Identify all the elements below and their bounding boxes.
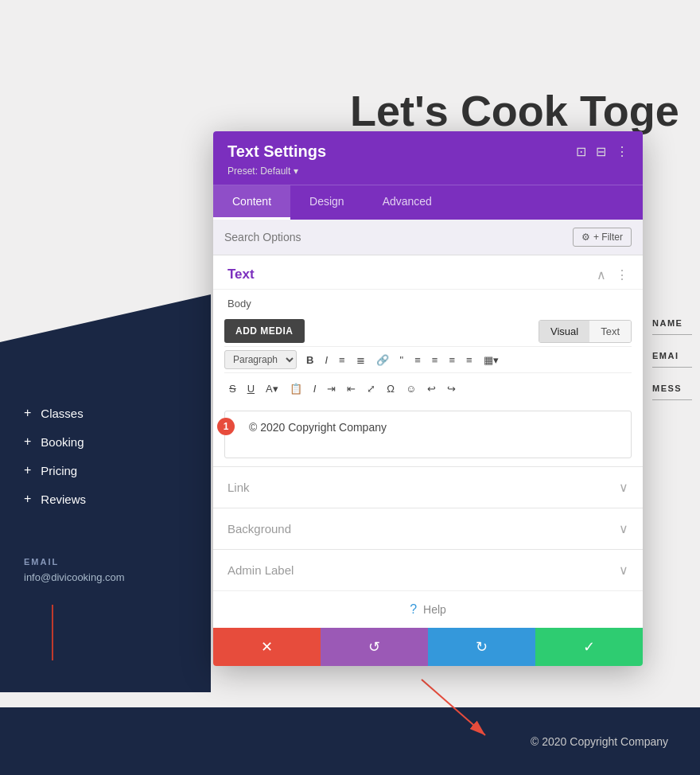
nav-label-booking: Booking	[41, 435, 84, 449]
tab-content[interactable]: Content	[213, 185, 290, 220]
link-label: Link	[228, 481, 250, 494]
page-heading: Let's Cook Toge	[350, 86, 679, 135]
align-right-button[interactable]: ≡	[444, 351, 460, 369]
plus-icon: +	[24, 406, 31, 420]
omega-button[interactable]: Ω	[382, 380, 399, 398]
outdent-button[interactable]: ⇤	[342, 380, 360, 398]
underline-button[interactable]: U	[243, 380, 259, 398]
undo-button[interactable]: ↺	[321, 628, 428, 666]
add-media-button[interactable]: ADD MEDIA	[224, 319, 305, 343]
visual-text-toggle: Visual Text	[539, 320, 632, 343]
modal-footer: ✕ ↺ ↻ ✓	[213, 628, 643, 666]
nav-item-classes[interactable]: + Classes	[24, 406, 86, 420]
strikethrough-button[interactable]: S	[224, 380, 241, 398]
email-section: EMAIL info@divicooking.com	[24, 557, 125, 583]
modal-header: Text Settings ⊡ ⊟ ⋮ Preset: Default ▾	[213, 131, 643, 185]
tab-design[interactable]: Design	[290, 185, 364, 220]
toolbar-row1: ADD MEDIA Visual Text	[224, 319, 632, 343]
italic-button[interactable]: I	[320, 351, 332, 369]
collapse-icon[interactable]: ∧	[597, 267, 606, 282]
align-left-button[interactable]: ≡	[410, 351, 426, 369]
italic2-button[interactable]: I	[309, 380, 321, 398]
preset-label[interactable]: Preset: Default ▾	[228, 161, 628, 185]
help-icon: ?	[410, 602, 417, 617]
paragraph-select[interactable]: Paragraph	[224, 350, 297, 369]
unordered-list-button[interactable]: ≡	[334, 351, 350, 369]
form-fields-panel: NAME EMAI MESS	[652, 302, 700, 405]
fullscreen-button[interactable]: ⤢	[362, 380, 380, 398]
form-field-email-line	[652, 367, 692, 368]
email-label: EMAIL	[24, 557, 125, 567]
section-header-icons: ∧ ⋮	[597, 267, 628, 282]
align-center-button[interactable]: ≡	[427, 351, 443, 369]
columns-icon[interactable]: ⊟	[596, 144, 606, 159]
modal-tabs: Content Design Advanced	[213, 185, 643, 220]
bold-button[interactable]: B	[301, 351, 318, 369]
ordered-list-button[interactable]: ≣	[352, 351, 370, 369]
modal-title-row: Text Settings ⊡ ⊟ ⋮	[228, 142, 628, 161]
chevron-down-icon: ▾	[294, 166, 298, 177]
nav-label-reviews: Reviews	[41, 493, 86, 506]
form-field-name-line	[652, 334, 692, 335]
editor-content-area[interactable]: 1 © 2020 Copyright Company	[224, 411, 632, 458]
help-label: Help	[423, 603, 446, 616]
link-section[interactable]: Link ∨	[213, 466, 643, 508]
modal-header-icons: ⊡ ⊟ ⋮	[576, 144, 628, 159]
undo-btn[interactable]: ↩	[422, 380, 441, 398]
cancel-button[interactable]: ✕	[213, 628, 321, 666]
nav-label-pricing: Pricing	[41, 464, 77, 477]
background-chevron-icon: ∨	[619, 521, 628, 536]
footer-bar: © 2020 Copyright Company	[0, 707, 700, 775]
link-button[interactable]: 🔗	[371, 351, 394, 369]
editor-text: © 2020 Copyright Company	[249, 421, 621, 434]
text-toggle[interactable]: Text	[589, 321, 631, 342]
text-section-header: Text ∧ ⋮	[213, 255, 643, 290]
nav-item-pricing[interactable]: + Pricing	[24, 463, 86, 477]
text-color-button[interactable]: A▾	[261, 380, 283, 398]
modal-panel: Text Settings ⊡ ⊟ ⋮ Preset: Default ▾ Co…	[213, 131, 643, 666]
visual-toggle[interactable]: Visual	[539, 321, 589, 342]
save-button[interactable]: ✓	[535, 628, 643, 666]
filter-button[interactable]: ⚙ + Filter	[573, 228, 632, 247]
plus-icon: +	[24, 434, 31, 449]
admin-label-section[interactable]: Admin Label ∨	[213, 549, 643, 590]
table-button[interactable]: ▦▾	[479, 351, 504, 369]
modal-title: Text Settings	[228, 142, 326, 161]
paste-button[interactable]: 📋	[285, 380, 307, 398]
indent-button[interactable]: ⇥	[322, 380, 340, 398]
section-more-icon[interactable]: ⋮	[616, 267, 628, 282]
tab-advanced[interactable]: Advanced	[364, 185, 451, 220]
nav-item-booking[interactable]: + Booking	[24, 434, 86, 449]
vertical-line	[52, 605, 53, 660]
form-field-message-label: MESS	[652, 384, 700, 393]
nav-label-classes: Classes	[41, 407, 83, 420]
nav-item-reviews[interactable]: + Reviews	[24, 492, 86, 506]
search-row: ⚙ + Filter	[213, 220, 643, 255]
plus-icon: +	[24, 492, 31, 506]
blockquote-button[interactable]: "	[395, 351, 409, 369]
justify-button[interactable]: ≡	[461, 351, 477, 369]
more-icon[interactable]: ⋮	[616, 144, 628, 159]
redo-button[interactable]: ↻	[428, 628, 535, 666]
editor-badge: 1	[217, 418, 235, 435]
admin-label: Admin Label	[228, 563, 294, 577]
help-row[interactable]: ? Help	[213, 590, 643, 628]
nav-menu: + Classes + Booking + Pricing + Reviews	[24, 406, 86, 520]
emoji-button[interactable]: ☺	[401, 380, 421, 398]
body-label: Body	[213, 290, 643, 314]
background-section[interactable]: Background ∨	[213, 508, 643, 549]
footer-copyright: © 2020 Copyright Company	[531, 735, 668, 748]
toolbar-row3: S U A▾ 📋 I ⇥ ⇤ ⤢ Ω ☺ ↩ ↪	[224, 376, 632, 401]
form-field-message-line	[652, 399, 692, 400]
modal-body: Text ∧ ⋮ Body ADD MEDIA Visual Text Para…	[213, 255, 643, 628]
toolbar-row2: Paragraph B I ≡ ≣ 🔗 " ≡ ≡ ≡ ≡ ▦▾	[224, 346, 632, 373]
redo-btn[interactable]: ↪	[442, 380, 461, 398]
editor-toolbar: ADD MEDIA Visual Text Paragraph B I ≡ ≣ …	[213, 314, 643, 406]
search-input[interactable]	[224, 231, 463, 243]
admin-chevron-icon: ∨	[619, 563, 628, 578]
background-label: Background	[228, 522, 291, 535]
form-field-name-label: NAME	[652, 318, 700, 328]
expand-icon[interactable]: ⊡	[576, 144, 586, 159]
plus-icon: +	[24, 463, 31, 477]
email-value: info@divicooking.com	[24, 571, 125, 583]
